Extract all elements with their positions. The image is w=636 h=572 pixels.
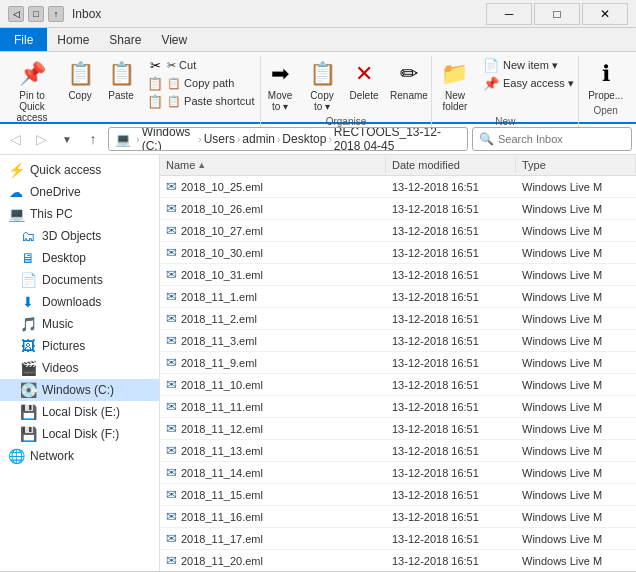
table-row[interactable]: ✉ 2018_10_25.eml 13-12-2018 16:51 Window…	[160, 176, 636, 198]
menu-view[interactable]: View	[151, 28, 197, 51]
sidebar-item-desktop[interactable]: 🖥 Desktop	[0, 247, 159, 269]
up-icon[interactable]: ↑	[48, 6, 64, 22]
back-nav-button[interactable]: ◁	[4, 128, 26, 150]
table-row[interactable]: ✉ 2018_11_15.eml 13-12-2018 16:51 Window…	[160, 484, 636, 506]
paste-button[interactable]: 📋 Paste	[101, 56, 141, 110]
menu-share[interactable]: Share	[99, 28, 151, 51]
paste-shortcut-button[interactable]: 📋 📋 Paste shortcut	[143, 92, 258, 110]
eml-file-icon: ✉	[166, 421, 177, 436]
copy-label: Copy	[68, 90, 91, 101]
sidebar-item-videos[interactable]: 🎬 Videos	[0, 357, 159, 379]
pin-to-quick-access-button[interactable]: 📌 Pin to Quick access	[5, 56, 59, 125]
easy-access-button[interactable]: 📌 Easy access ▾	[479, 74, 578, 92]
file-name-cell: ✉ 2018_10_31.eml	[160, 264, 386, 285]
sidebar-item-music[interactable]: 🎵 Music	[0, 313, 159, 335]
file-list-header: Name ▲ Date modified Type	[160, 155, 636, 176]
table-row[interactable]: ✉ 2018_11_1.eml 13-12-2018 16:51 Windows…	[160, 286, 636, 308]
sidebar-item-documents[interactable]: 📄 Documents	[0, 269, 159, 291]
sidebar-item-network[interactable]: 🌐 Network	[0, 445, 159, 467]
sidebar-item-pictures[interactable]: 🖼 Pictures	[0, 335, 159, 357]
search-box[interactable]: 🔍	[472, 127, 632, 151]
new-item-icon: 📄	[483, 57, 499, 73]
sidebar-label-3d-objects: 3D Objects	[42, 229, 101, 243]
sidebar-label-windows-c: Windows (C:)	[42, 383, 114, 397]
table-row[interactable]: ✉ 2018_11_3.eml 13-12-2018 16:51 Windows…	[160, 330, 636, 352]
copy-button[interactable]: 📋 Copy	[61, 56, 99, 103]
delete-label: Delete	[350, 90, 379, 101]
paste-group: 📋 Paste ✂ ✂ Cut 📋 📋 Copy path 📋 📋 Paste	[101, 56, 258, 110]
forward-nav-button[interactable]: ▷	[30, 128, 52, 150]
table-row[interactable]: ✉ 2018_11_9.eml 13-12-2018 16:51 Windows…	[160, 352, 636, 374]
minimize-button[interactable]: ─	[486, 3, 532, 25]
table-row[interactable]: ✉ 2018_10_26.eml 13-12-2018 16:51 Window…	[160, 198, 636, 220]
sidebar-label-local-disk-e: Local Disk (E:)	[42, 405, 120, 419]
move-to-button[interactable]: ➡ Move to ▾	[260, 56, 300, 114]
ribbon-new-group: 📁 New folder 📄 New item ▾ 📌 Easy access …	[432, 56, 579, 129]
copy-path-icon: 📋	[147, 75, 163, 91]
close-button[interactable]: ✕	[582, 3, 628, 25]
maximize-button[interactable]: □	[534, 3, 580, 25]
sidebar-item-quick-access[interactable]: ⚡ Quick access	[0, 159, 159, 181]
pin-icon: 📌	[16, 58, 48, 90]
address-box[interactable]: 💻 › Windows (C:) › Users › admin › Deskt…	[108, 127, 468, 151]
organise-buttons: ➡ Move to ▾ 📋 Copy to ▾ ✕ Delete ✏ Renam…	[260, 56, 432, 114]
delete-button[interactable]: ✕ Delete	[344, 56, 384, 103]
sidebar-item-local-disk-e[interactable]: 💾 Local Disk (E:)	[0, 401, 159, 423]
organise-label: Organise	[326, 116, 367, 127]
up-nav-button[interactable]: ↑	[82, 128, 104, 150]
sidebar-item-3d-objects[interactable]: 🗂 3D Objects	[0, 225, 159, 247]
paste-shortcut-label: 📋 Paste shortcut	[167, 95, 254, 108]
new-folder-button[interactable]: 📁 New folder	[433, 56, 477, 114]
table-row[interactable]: ✉ 2018_10_31.eml 13-12-2018 16:51 Window…	[160, 264, 636, 286]
file-date-cell: 13-12-2018 16:51	[386, 332, 516, 350]
eml-file-icon: ✉	[166, 245, 177, 260]
sidebar-item-this-pc[interactable]: 💻 This PC	[0, 203, 159, 225]
properties-icon: ℹ	[590, 58, 622, 90]
eml-file-icon: ✉	[166, 509, 177, 524]
main-content: ⚡ Quick access ☁ OneDrive 💻 This PC 🗂 3D…	[0, 155, 636, 571]
copy-to-button[interactable]: 📋 Copy to ▾	[302, 56, 342, 114]
table-row[interactable]: ✉ 2018_11_12.eml 13-12-2018 16:51 Window…	[160, 418, 636, 440]
file-type-cell: Windows Live M	[516, 442, 636, 460]
file-name-text: 2018_10_30.eml	[181, 247, 263, 259]
forward-icon[interactable]: □	[28, 6, 44, 22]
col-name-label: Name	[166, 159, 195, 171]
file-date-cell: 13-12-2018 16:51	[386, 508, 516, 526]
recent-nav-button[interactable]: ▼	[56, 128, 78, 150]
rename-button[interactable]: ✏ Rename	[386, 56, 432, 103]
table-row[interactable]: ✉ 2018_11_17.eml 13-12-2018 16:51 Window…	[160, 528, 636, 550]
eml-file-icon: ✉	[166, 201, 177, 216]
table-row[interactable]: ✉ 2018_11_14.eml 13-12-2018 16:51 Window…	[160, 462, 636, 484]
table-row[interactable]: ✉ 2018_11_2.eml 13-12-2018 16:51 Windows…	[160, 308, 636, 330]
quick-access-icon: ⚡	[8, 162, 24, 178]
window-title: Inbox	[72, 7, 101, 21]
eml-file-icon: ✉	[166, 487, 177, 502]
file-type-cell: Windows Live M	[516, 398, 636, 416]
properties-button[interactable]: ℹ Prope...	[584, 56, 628, 103]
table-row[interactable]: ✉ 2018_10_30.eml 13-12-2018 16:51 Window…	[160, 242, 636, 264]
table-row[interactable]: ✉ 2018_11_10.eml 13-12-2018 16:51 Window…	[160, 374, 636, 396]
sidebar-item-downloads[interactable]: ⬇ Downloads	[0, 291, 159, 313]
table-row[interactable]: ✉ 2018_11_13.eml 13-12-2018 16:51 Window…	[160, 440, 636, 462]
new-item-button[interactable]: 📄 New item ▾	[479, 56, 578, 74]
menu-home[interactable]: Home	[47, 28, 99, 51]
col-header-type[interactable]: Type	[516, 157, 636, 173]
table-row[interactable]: ✉ 2018_10_27.eml 13-12-2018 16:51 Window…	[160, 220, 636, 242]
cut-button[interactable]: ✂ ✂ Cut	[143, 56, 258, 74]
file-name-cell: ✉ 2018_11_10.eml	[160, 374, 386, 395]
copy-path-button[interactable]: 📋 📋 Copy path	[143, 74, 258, 92]
sidebar-item-local-disk-f[interactable]: 💾 Local Disk (F:)	[0, 423, 159, 445]
file-type-cell: Windows Live M	[516, 310, 636, 328]
table-row[interactable]: ✉ 2018_11_11.eml 13-12-2018 16:51 Window…	[160, 396, 636, 418]
table-row[interactable]: ✉ 2018_11_20.eml 13-12-2018 16:51 Window…	[160, 550, 636, 571]
col-header-name[interactable]: Name ▲	[160, 157, 386, 173]
file-name-cell: ✉ 2018_11_20.eml	[160, 550, 386, 571]
menu-file[interactable]: File	[0, 28, 47, 51]
col-header-date[interactable]: Date modified	[386, 157, 516, 173]
search-input[interactable]	[498, 133, 625, 145]
sidebar-item-onedrive[interactable]: ☁ OneDrive	[0, 181, 159, 203]
back-icon[interactable]: ◁	[8, 6, 24, 22]
file-date-cell: 13-12-2018 16:51	[386, 222, 516, 240]
table-row[interactable]: ✉ 2018_11_16.eml 13-12-2018 16:51 Window…	[160, 506, 636, 528]
sidebar-item-windows-c[interactable]: 💽 Windows (C:)	[0, 379, 159, 401]
